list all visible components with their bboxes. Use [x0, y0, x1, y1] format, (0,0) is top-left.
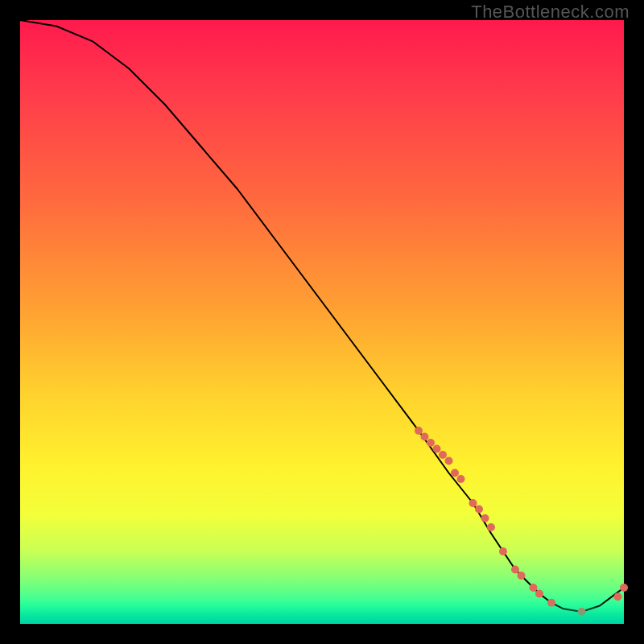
marker-point [415, 427, 423, 435]
marker-point [614, 592, 622, 601]
plot-area [20, 20, 624, 624]
marker-point [535, 590, 543, 598]
marker-point [487, 523, 495, 531]
marker-point [421, 433, 429, 441]
marker-point [445, 457, 453, 465]
marker-point [511, 566, 519, 574]
marker-point [439, 451, 447, 459]
marker-point [469, 499, 477, 507]
marker-point [427, 439, 435, 447]
marker-point [499, 547, 507, 555]
marker-point [457, 475, 465, 483]
marker-point [547, 599, 555, 607]
bottleneck-curve [20, 20, 624, 612]
marker-point [530, 584, 538, 592]
marker-point [451, 469, 459, 477]
marker-point [620, 584, 628, 592]
marker-point [475, 506, 483, 514]
curve-layer [20, 20, 624, 624]
marker-point [433, 445, 441, 453]
marker-point [518, 572, 526, 580]
marker-point [481, 514, 489, 522]
highlight-points [415, 427, 628, 616]
marker-point [578, 608, 586, 616]
chart-frame: TheBottleneck.com [0, 0, 644, 644]
